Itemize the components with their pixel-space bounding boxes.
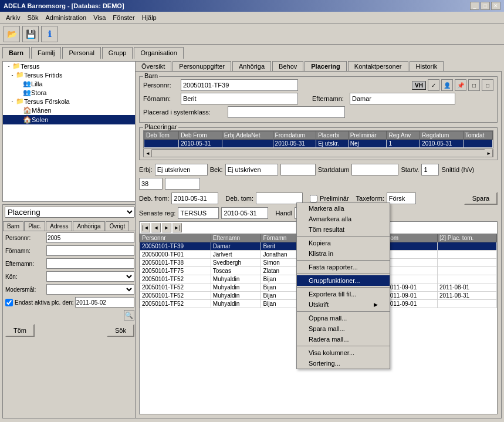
menu-sok[interactable]: Sök <box>23 13 42 22</box>
subtab-anhoriga[interactable]: Anhöriga <box>232 61 271 71</box>
bottom-left-dropdown[interactable]: Placering <box>5 207 135 218</box>
erbj-input[interactable] <box>155 164 208 175</box>
personnr-info-input[interactable] <box>181 79 298 91</box>
status-icon-2[interactable]: 👤 <box>441 79 453 91</box>
bottom-tab-plac[interactable]: Plac. <box>24 221 45 231</box>
tree-manen[interactable]: 🏠 Månen <box>3 106 137 115</box>
context-menu-item[interactable]: Sortering... <box>297 358 390 369</box>
bottom-tab-adress[interactable]: Adress <box>46 221 72 231</box>
context-menu-item[interactable]: Utskrift▶ <box>297 299 390 310</box>
senaste-date-input[interactable] <box>221 207 268 219</box>
tree-tersus-fritids[interactable]: - 📁 Tersus Fritids <box>3 70 137 79</box>
context-menu-item[interactable]: Spara mall... <box>297 323 390 334</box>
taxeform-input[interactable] <box>387 193 416 204</box>
tab-organisation[interactable]: Organisation <box>134 47 183 59</box>
close-button[interactable]: ✕ <box>491 2 500 10</box>
nav-prev[interactable]: ◄ <box>151 223 161 232</box>
scroll-left[interactable]: ◄ <box>144 149 152 157</box>
tom-button[interactable]: Töm <box>5 324 35 337</box>
efternamn-input[interactable] <box>46 258 134 269</box>
grid-col-efternamn[interactable]: Efternamn <box>211 234 261 242</box>
subtab-historik[interactable]: Historik <box>410 61 444 71</box>
subtab-placering[interactable]: Placering <box>305 61 347 71</box>
status-icon-5[interactable]: □ <box>482 79 493 91</box>
sok-button[interactable]: Sök <box>107 324 134 337</box>
status-icon-3[interactable]: 📌 <box>455 79 466 91</box>
nav-last[interactable]: ►| <box>172 223 182 232</box>
col-placerbi[interactable]: Placerbi <box>316 131 349 140</box>
senaste-value-input[interactable] <box>178 207 219 219</box>
context-menu-item[interactable]: Gruppfunktioner... <box>297 275 390 286</box>
tab-barn[interactable]: Barn <box>2 47 30 59</box>
maximize-button[interactable]: □ <box>481 2 490 10</box>
context-menu-item[interactable]: Visa kolumner... <box>297 347 390 358</box>
personnr-input[interactable] <box>46 232 134 243</box>
spara-button[interactable]: Spara <box>464 192 498 205</box>
plac-row[interactable]: 2010-05-31 2010-05-31 Ej utskr. Nej 1 20… <box>144 140 493 148</box>
prelim-checkbox[interactable] <box>310 195 317 202</box>
col-deb-from[interactable]: Deb From <box>179 131 222 140</box>
bottom-tab-barn[interactable]: Barn <box>3 221 23 231</box>
subtab-kontaktpersoner[interactable]: Kontaktpersoner <box>348 61 408 71</box>
context-menu-item[interactable]: Markera alla <box>297 203 390 214</box>
tree-lilla[interactable]: 👥 Lilla <box>3 79 137 88</box>
grid-col-personnr[interactable]: Personnr <box>140 234 211 242</box>
nav-next[interactable]: ► <box>162 223 171 232</box>
context-menu-item[interactable]: Öppna mall... <box>297 313 390 323</box>
bottom-tab-ovrigt[interactable]: Övrigt <box>106 221 130 231</box>
col-regdatum[interactable]: Regdatum <box>420 131 464 140</box>
minimize-button[interactable]: _ <box>470 2 479 10</box>
title-bar-buttons[interactable]: _ □ ✕ <box>470 2 500 10</box>
context-menu-item[interactable]: Radera mall... <box>297 334 390 345</box>
context-menu-item[interactable]: Avmarkera alla <box>297 214 390 224</box>
col-tomdatum[interactable]: Tomdat <box>463 131 492 140</box>
tab-personal[interactable]: Personal <box>62 47 100 59</box>
placerad-input[interactable] <box>228 106 345 118</box>
menu-visa[interactable]: Visa <box>90 13 109 22</box>
snittid-extra[interactable] <box>165 178 200 190</box>
menu-arkiv[interactable]: Arkiv <box>2 13 23 22</box>
menu-fonstret[interactable]: Fönster <box>109 13 138 22</box>
context-menu-item[interactable]: Exportera till fil... <box>297 289 390 299</box>
bek-input[interactable] <box>225 164 278 175</box>
vh-badge[interactable]: VH <box>412 81 426 90</box>
status-icon-1[interactable]: ✓ <box>428 79 439 91</box>
aktiva-checkbox[interactable] <box>5 299 13 306</box>
bek-extra-input[interactable] <box>280 164 316 175</box>
context-menu-item[interactable]: Töm resultat <box>297 224 390 235</box>
menu-administration[interactable]: Administration <box>42 13 90 22</box>
col-prelim[interactable]: Preliminär <box>348 131 387 140</box>
nav-first[interactable]: |◄ <box>141 223 150 232</box>
modersmal-select[interactable] <box>46 284 134 295</box>
scroll-right[interactable]: ► <box>485 149 493 157</box>
subtab-personuppgifter[interactable]: Personuppgifter <box>172 61 231 71</box>
tree-solen[interactable]: 🏠 Solen <box>3 115 137 124</box>
plac-scrollbar[interactable]: ◄ ► <box>143 149 493 157</box>
subtab-behov[interactable]: Behov <box>272 61 303 71</box>
col-erbj[interactable]: Erbj.AdelaNet <box>222 131 273 140</box>
floppy-button[interactable]: 💾 <box>22 26 39 42</box>
open-button[interactable]: 📂 <box>4 26 20 42</box>
status-icon-4[interactable]: □ <box>468 79 480 91</box>
context-menu-item[interactable]: Kopiera <box>297 238 390 248</box>
col-reg-anv[interactable]: Reg Anv <box>387 131 420 140</box>
info-button[interactable]: ℹ <box>41 26 57 42</box>
context-menu-item[interactable]: Klistra in <box>297 248 390 259</box>
startv-input[interactable] <box>421 164 439 175</box>
efternamn-info-input[interactable] <box>350 93 455 104</box>
grid-col-plac-tom[interactable]: [2] Plac. tom. <box>437 234 496 242</box>
grid-col-from[interactable]: from <box>385 234 438 242</box>
startdatum-input[interactable] <box>351 164 398 175</box>
bottom-tab-anhoriga[interactable]: Anhöriga <box>73 221 104 231</box>
col-deb-tom[interactable]: Deb Tom <box>144 131 179 140</box>
context-menu-item[interactable]: Fasta rapporter... <box>297 262 390 272</box>
menu-hjalp[interactable]: Hjälp <box>138 13 160 22</box>
kon-select[interactable] <box>46 271 134 282</box>
tab-grupp[interactable]: Grupp <box>102 47 133 59</box>
tree-tersus[interactable]: - 📁 Tersus <box>3 62 137 70</box>
subtab-oversikt[interactable]: Översikt <box>135 61 171 71</box>
col-fromdatum[interactable]: Fromdatum <box>273 131 316 140</box>
snittid-input[interactable] <box>139 178 163 190</box>
tree-stora[interactable]: 👥 Stora <box>3 88 137 97</box>
aktiva-date-input[interactable] <box>75 297 134 308</box>
